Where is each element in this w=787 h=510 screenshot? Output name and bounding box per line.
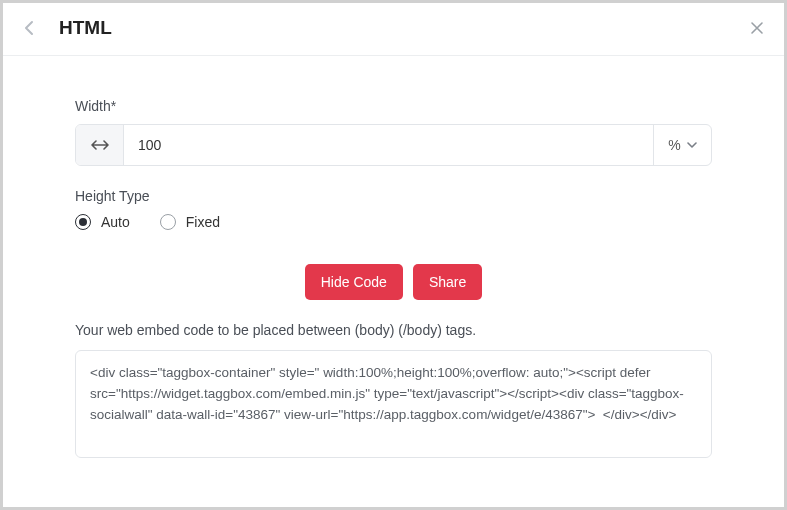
width-arrows-icon bbox=[76, 125, 124, 165]
page-title: HTML bbox=[59, 17, 748, 39]
width-input[interactable] bbox=[124, 125, 653, 165]
radio-auto[interactable]: Auto bbox=[75, 214, 130, 230]
close-icon[interactable] bbox=[748, 19, 766, 37]
modal-body: Width* % Height Type Auto Fixed bbox=[3, 56, 784, 486]
width-label: Width* bbox=[75, 98, 712, 114]
embed-description: Your web embed code to be placed between… bbox=[75, 322, 712, 338]
width-unit-select[interactable]: % bbox=[653, 125, 711, 165]
chevron-down-icon bbox=[687, 142, 697, 148]
radio-icon bbox=[160, 214, 176, 230]
radio-fixed[interactable]: Fixed bbox=[160, 214, 220, 230]
modal-header: HTML bbox=[3, 3, 784, 56]
radio-label: Auto bbox=[101, 214, 130, 230]
radio-label: Fixed bbox=[186, 214, 220, 230]
back-chevron-icon[interactable] bbox=[21, 19, 39, 37]
hide-code-button[interactable]: Hide Code bbox=[305, 264, 403, 300]
modal: HTML Width* % Height Type Auto bbox=[0, 0, 787, 510]
button-row: Hide Code Share bbox=[75, 264, 712, 300]
embed-code-textarea[interactable] bbox=[75, 350, 712, 458]
width-input-group: % bbox=[75, 124, 712, 166]
height-type-radio-group: Auto Fixed bbox=[75, 214, 712, 230]
share-button[interactable]: Share bbox=[413, 264, 482, 300]
radio-icon bbox=[75, 214, 91, 230]
height-type-label: Height Type bbox=[75, 188, 712, 204]
width-unit-label: % bbox=[668, 137, 680, 153]
